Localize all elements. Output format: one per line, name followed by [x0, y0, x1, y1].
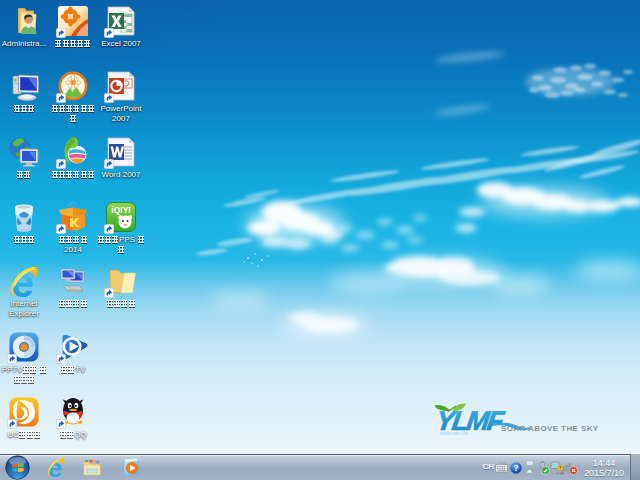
svg-text:WWW.YLMF.COM: WWW.YLMF.COM — [440, 432, 468, 436]
svg-text:SOAR ABOVE THE SKY: SOAR ABOVE THE SKY — [501, 424, 599, 433]
svg-text:?: ? — [513, 463, 518, 473]
svg-text:iQIYI: iQIYI — [111, 205, 130, 215]
